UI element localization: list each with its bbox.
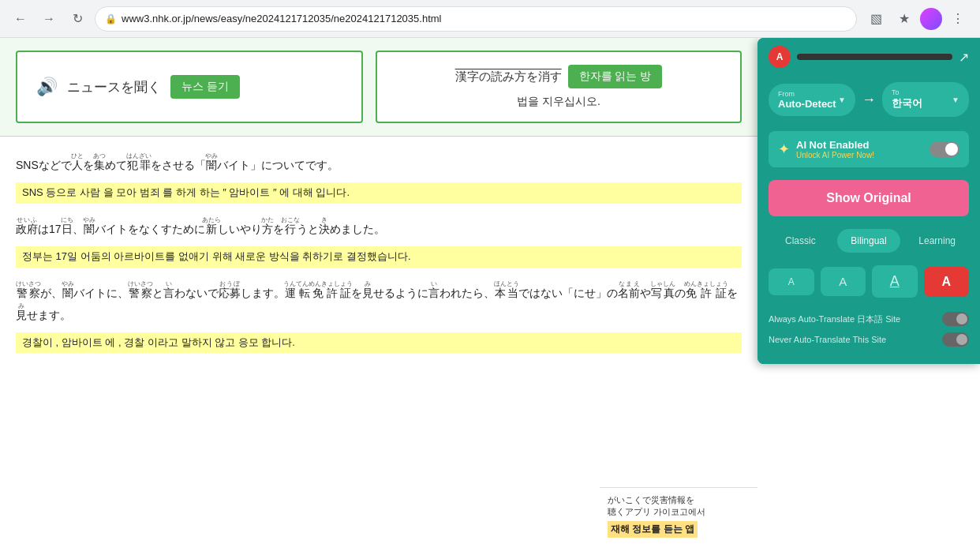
from-label: From <box>778 90 836 98</box>
nhk-banner: 🔊 ニュースを聞く 뉴스 듣기 漢字の読み方を消す 한자를 읽는 방 법을 지우… <box>0 38 757 137</box>
extensions-button[interactable]: ▧ <box>863 6 888 32</box>
ai-toggle[interactable] <box>930 141 959 157</box>
browser-chrome: ← → ↻ 🔒 www3.nhk.or.jp/news/easy/ne20241… <box>0 0 980 38</box>
page-content: 🔊 ニュースを聞く 뉴스 듣기 漢字の読み方を消す 한자를 읽는 방 법을 지우… <box>0 38 980 544</box>
mode-tabs: Classic Bilingual Learning <box>757 226 980 262</box>
ai-subtitle: Unlock AI Power Now! <box>796 151 874 159</box>
back-button[interactable]: ← <box>9 8 32 30</box>
font-size-small-button[interactable]: A <box>769 268 814 295</box>
kanji-button[interactable]: 한자를 읽는 방 <box>568 65 663 88</box>
listen-japanese-text: ニュースを聞く <box>67 78 161 96</box>
from-value: Auto-Detect <box>778 98 836 110</box>
paragraph3-kr: 경찰이 , 암바이트 에 , 경찰 이라고 말하지 않고 응모 합니다. <box>16 332 742 354</box>
panel-header: A ↗ <box>757 38 980 76</box>
kanji-korean-text: 법을 지우십시오. <box>517 95 600 109</box>
language-selector: From Auto-Detect ▼ → To 한국어 ▼ <box>757 76 980 126</box>
from-dropdown-icon: ▼ <box>838 96 846 104</box>
to-dropdown-icon: ▼ <box>952 96 959 104</box>
show-original-section: Show Original <box>757 175 980 226</box>
listen-box: 🔊 ニュースを聞く 뉴스 듣기 <box>16 51 363 123</box>
paragraph2-jp: 政府せいふは17日にち、闇やみバイトをなくすために新あたらしいやり方かたを行おこ… <box>16 216 742 240</box>
font-size-large-button[interactable]: A <box>872 265 918 298</box>
font-small-icon: A <box>788 276 795 287</box>
from-language-selector[interactable]: From Auto-Detect ▼ <box>769 84 855 116</box>
listen-button[interactable]: 뉴스 듣기 <box>170 75 240 99</box>
panel-export-button[interactable]: ↗ <box>959 50 969 65</box>
paragraph3-jp: 警察けいさつが、闇やみバイトに、警察けいさつと言いわないで応募おうぼします。運転… <box>16 280 742 326</box>
tab-classic[interactable]: Classic <box>769 229 832 253</box>
always-auto-translate-toggle[interactable] <box>942 312 969 326</box>
font-xlarge-icon: A <box>941 275 951 289</box>
paragraph1-kr: SNS 등으로 사람 을 모아 범죄 를 하게 하는 ″ 암바이트 ″ 에 대해… <box>16 182 742 204</box>
paragraph1-jp: SNSなどで人ひとを集あつめて犯罪はんざいをさせる「闇やみバイト」についてです。 <box>16 152 742 176</box>
never-auto-translate-label: Never Auto-Translate This Site <box>769 335 886 344</box>
kanji-box: 漢字の読み方を消す 한자를 읽는 방 법을 지우십시오. <box>376 51 742 123</box>
ai-section: ✦ AI Not Enabled Unlock AI Power Now! <box>757 126 980 175</box>
swap-languages-icon[interactable]: → <box>862 92 876 108</box>
panel-title-bar <box>797 54 952 60</box>
app-promo-section: がいこくで災害情報を聴くアプリ 가이코고에서 재해 정보를 듣는 앱 <box>600 487 757 544</box>
always-auto-translate-label: Always Auto-Translate 日本語 Site <box>769 313 900 325</box>
app-promo-title: 재해 정보를 듣는 앱 <box>608 521 698 538</box>
to-language-selector[interactable]: To 한국어 ▼ <box>882 82 969 117</box>
font-medium-icon: A <box>839 275 847 288</box>
bookmark-button[interactable]: ★ <box>892 6 917 32</box>
panel-avatar: A <box>769 46 791 68</box>
address-bar[interactable]: 🔒 www3.nhk.or.jp/news/easy/ne20241217120… <box>95 6 857 32</box>
forward-button[interactable]: → <box>38 8 60 30</box>
paragraph2-kr: 정부는 17일 어둠의 아르바이트를 없애기 위해 새로운 방식을 취하기로 결… <box>16 246 742 268</box>
font-large-icon: A <box>890 273 900 290</box>
tab-learning[interactable]: Learning <box>905 229 969 253</box>
lock-icon: 🔒 <box>105 13 117 24</box>
never-auto-translate-toggle[interactable] <box>942 332 969 347</box>
kanji-japanese-text: 漢字の読み方を消す <box>455 69 562 84</box>
font-size-controls: A A A A <box>757 262 980 309</box>
speaker-icon: 🔊 <box>36 77 58 97</box>
to-label: To <box>892 88 922 96</box>
url-text: www3.nhk.or.jp/news/easy/ne2024121712035… <box>122 13 441 24</box>
show-original-button[interactable]: Show Original <box>769 180 969 216</box>
ai-star-icon: ✦ <box>778 141 790 158</box>
article-body: SNSなどで人ひとを集あつめて犯罪はんざいをさせる「闇やみバイト」についてです。… <box>0 137 757 353</box>
ai-toggle-row: ✦ AI Not Enabled Unlock AI Power Now! <box>769 131 969 167</box>
to-value: 한국어 <box>892 96 922 111</box>
font-size-xlarge-button[interactable]: A <box>924 267 970 297</box>
always-auto-translate-row: Always Auto-Translate 日本語 Site <box>769 312 969 326</box>
profile-avatar[interactable] <box>920 8 942 30</box>
menu-button[interactable]: ⋮ <box>945 6 971 32</box>
font-size-medium-button[interactable]: A <box>821 267 866 296</box>
auto-translate-section: Always Auto-Translate 日本語 Site Never Aut… <box>757 309 980 364</box>
tab-bilingual[interactable]: Bilingual <box>837 229 901 253</box>
translation-panel: A ↗ From Auto-Detect ▼ → To 한국어 ▼ <box>757 38 980 364</box>
browser-actions: ▧ ★ ⋮ <box>863 6 971 32</box>
never-auto-translate-row: Never Auto-Translate This Site <box>769 332 969 347</box>
reload-button[interactable]: ↻ <box>66 8 88 30</box>
app-promo-text: がいこくで災害情報を聴くアプリ 가이코고에서 <box>608 494 750 518</box>
ai-title: AI Not Enabled <box>796 139 874 151</box>
